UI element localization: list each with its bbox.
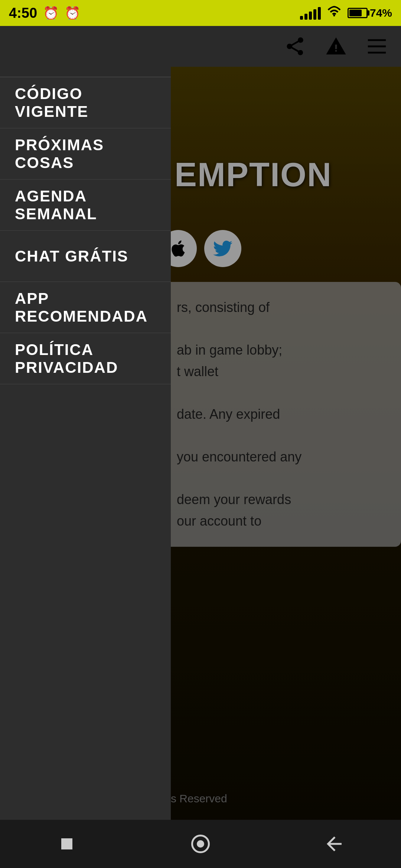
drawer-item-label-codigo-vigente: CÓDIGO VIGENTE [15, 85, 156, 121]
drawer-item-agenda-semanal[interactable]: AGENDA SEMANAL [0, 180, 171, 231]
alarm-icon-2: ⏰ [65, 6, 80, 20]
drawer-item-app-recomendada[interactable]: APP RECOMENDADA [0, 282, 171, 333]
bottom-nav [0, 820, 401, 868]
home-button[interactable] [186, 829, 215, 859]
drawer-item-proximas-cosas[interactable]: PRÓXIMAS COSAS [0, 128, 171, 180]
share-button[interactable] [282, 33, 308, 59]
drawer-item-label-chat-gratis: CHAT GRÁTIS [15, 247, 128, 265]
alarm-icon-1: ⏰ [43, 6, 59, 20]
status-bar: 4:50 ⏰ ⏰ 74% [0, 0, 401, 26]
drawer-item-label-agenda-semanal: AGENDA SEMANAL [15, 187, 156, 223]
alert-button[interactable] [323, 33, 349, 59]
back-button[interactable] [319, 829, 349, 859]
signal-icon [300, 6, 321, 20]
battery-icon [348, 8, 368, 18]
battery-indicator: 74% [348, 7, 392, 19]
battery-percent: 74% [370, 7, 392, 19]
navigation-drawer: CANJEAR CÓDIGOS CÓDIGO VIGENTE PRÓXIMAS … [0, 26, 171, 868]
action-bar [0, 26, 401, 67]
sidebar-button[interactable] [364, 33, 390, 59]
drawer-item-codigo-vigente[interactable]: CÓDIGO VIGENTE [0, 77, 171, 128]
drawer-item-chat-gratis[interactable]: CHAT GRÁTIS [0, 231, 171, 282]
svg-point-1 [197, 840, 204, 848]
stop-button[interactable] [52, 829, 82, 859]
drawer-item-label-app-recomendada: APP RECOMENDADA [15, 290, 156, 325]
drawer-item-label-politica-privacidad: POLÍTICA PRIVACIDAD [15, 341, 156, 377]
status-right: 74% [300, 4, 392, 22]
wifi-icon [327, 4, 342, 22]
drawer-item-label-proximas-cosas: PRÓXIMAS COSAS [15, 136, 156, 172]
status-time: 4:50 [9, 5, 37, 21]
drawer-item-politica-privacidad[interactable]: POLÍTICA PRIVACIDAD [0, 333, 171, 384]
status-left: 4:50 ⏰ ⏰ [9, 5, 80, 21]
